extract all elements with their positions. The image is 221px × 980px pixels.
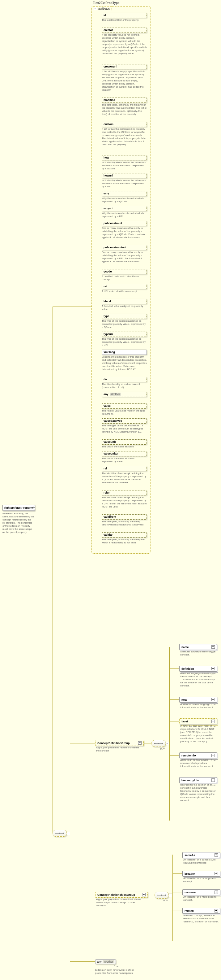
element-note[interactable]: note+0..∞Additional natural language inf… [179, 697, 217, 703]
attr-any[interactable]: any##other [102, 392, 147, 397]
expand-icon[interactable]: − [169, 894, 172, 897]
attr-xml:lang[interactable]: xml:langSpecifies the language of this p… [102, 350, 147, 371]
any-element[interactable]: any##other [95, 959, 116, 964]
attr-desc: Indicates by which means the value was e… [102, 179, 147, 188]
element-name[interactable]: name+0..∞A natural language name for the… [179, 644, 217, 650]
attr-reluri[interactable]: reluriThe identifier of a concept defini… [102, 490, 147, 508]
root-element-desc: Extension Property; the semantics are de… [3, 512, 34, 534]
attr-how[interactable]: howIndicates by which means the value wa… [102, 155, 147, 170]
element-narrower[interactable]: narrower+An identifier of a more specifi… [182, 889, 220, 895]
expand-icon[interactable]: + [212, 720, 215, 723]
attr-value[interactable]: valueThe related value (see more in the … [102, 404, 147, 415]
attr-name: id [102, 13, 147, 18]
attr-qcode[interactable]: qcodeA qualified code which identifies a… [102, 269, 147, 281]
attr-id[interactable]: idThe local identifier of the property. [102, 13, 147, 22]
attr-desc: The unit of the value attribute - expres… [102, 457, 147, 463]
connector-line [147, 895, 155, 895]
cardinality: 0..∞ [114, 965, 118, 967]
attr-desc: The datatype of the value attribute – it… [102, 424, 147, 433]
attr-validto[interactable]: validtoThe date (and, optionally, the ti… [102, 532, 147, 544]
attr-validfrom[interactable]: validfromThe date (and, optionally, the … [102, 514, 147, 527]
attr-type[interactable]: typeThe type of the concept assigned as … [102, 313, 147, 329]
element-facet[interactable]: facet+0..∞In NAR 1.8 and later, facet is… [179, 718, 217, 724]
attr-rel[interactable]: relThe identifier of a concept defining … [102, 466, 147, 484]
connector-line [169, 780, 179, 780]
sequence-compositor[interactable]: − 0..∞ [152, 740, 166, 747]
root-element[interactable]: rightsInfoExtProperty − [3, 505, 35, 511]
attr-dir[interactable]: dirThe directionality of textual content… [102, 377, 147, 389]
attr-name: valueunituri [102, 451, 147, 457]
attr-pubconstraint[interactable]: pubconstraintOne or many constraints tha… [102, 221, 147, 239]
element-remoteInfo[interactable]: remoteInfo+0..∞A link to an item or a we… [179, 752, 217, 758]
connector-line [35, 508, 52, 508]
attr-valueunituri[interactable]: valueunituriThe unit of the value attrib… [102, 451, 147, 463]
concept-relationships-group[interactable]: ConceptRelationshipsGroup − A group of p… [95, 892, 148, 898]
expand-icon[interactable]: + [215, 891, 218, 894]
attr-creatoruri[interactable]: creatoruriIf the attribute is empty, spe… [102, 64, 147, 92]
attr-name: pubconstraint [102, 221, 147, 226]
attr-desc: If the attribute is empty, specifies whi… [102, 70, 147, 92]
element-name: broader [185, 872, 195, 875]
collapse-icon[interactable]: − [94, 7, 97, 10]
expand-icon[interactable]: + [212, 754, 215, 757]
element-desc: Represents the position of a concept in … [180, 783, 218, 802]
attr-typeuri[interactable]: typeuriThe type of the concept assigned … [102, 332, 147, 347]
element-name: note [182, 698, 187, 701]
attr-valuedatatype[interactable]: valuedatatypeThe datatype of the value a… [102, 418, 147, 433]
type-header: Flex2ExtPropType [93, 1, 120, 5]
element-desc: A natural language name for the concept. [180, 650, 218, 656]
attr-whyuri[interactable]: whyuriWhy the metadata has been included… [102, 206, 147, 218]
any-namespace: ##other [103, 960, 114, 963]
attr-howuri[interactable]: howuriIndicates by which means the value… [102, 173, 147, 188]
expand-icon[interactable]: + [215, 909, 218, 913]
element-hierarchyInfo[interactable]: hierarchyInfo+0..∞Represents the positio… [179, 777, 217, 783]
attr-desc: One or many constraints that apply to pu… [102, 251, 147, 263]
attr-name: valueunit [102, 439, 147, 445]
attr-desc: The date (and, optionally, the time) bef… [102, 520, 147, 527]
attr-pubconstrainturi[interactable]: pubconstrainturiOne or many constraints … [102, 245, 147, 263]
element-definition[interactable]: definition+0..∞A natural language defini… [179, 666, 217, 671]
attr-desc: The unit of the value attribute. [102, 445, 147, 449]
attr-uri[interactable]: uriA URI which identifies a concept. [102, 284, 147, 293]
attr-custom[interactable]: customIf set to true the corresponding p… [102, 122, 147, 146]
connector-line [169, 668, 179, 669]
element-name: hierarchyInfo [182, 779, 199, 782]
expand-icon[interactable]: + [215, 872, 218, 875]
element-sameAs[interactable]: sameAs+An identifier of a concept with e… [182, 852, 220, 858]
attr-valueunit[interactable]: valueunitThe unit of the value attribute… [102, 439, 147, 449]
expand-icon[interactable]: − [138, 741, 142, 745]
attr-name: validfrom [102, 514, 147, 520]
element-broader[interactable]: broader+An identifier of a more generic … [182, 871, 220, 877]
connector-line [70, 961, 95, 962]
attr-name: reluri [102, 490, 147, 495]
attr-name: how [102, 155, 147, 161]
expand-icon[interactable]: + [212, 698, 215, 701]
element-name: remoteInfo [182, 754, 196, 757]
attr-creator[interactable]: creatorIf the property value is not defi… [102, 27, 147, 55]
attr-desc: One or many constraints that apply to pu… [102, 227, 147, 239]
expand-icon[interactable]: + [212, 645, 215, 649]
choice-compositor[interactable]: − 0..∞ [155, 892, 169, 899]
element-name: sameAs [185, 854, 195, 857]
attr-why[interactable]: whyWhy the metadata has been included - … [102, 191, 147, 203]
attr-name: valuedatatype [102, 418, 147, 423]
expand-icon[interactable]: + [215, 853, 218, 857]
attr-desc: If the property value is not defined, sp… [102, 33, 147, 55]
expand-icon[interactable]: + [212, 778, 215, 782]
attr-desc: A qualified code which identifies a conc… [102, 275, 147, 281]
element-related[interactable]: related+A related concept, where the rel… [182, 908, 220, 914]
expand-icon[interactable]: + [212, 667, 215, 670]
connector-line [52, 307, 53, 833]
attr-desc: A free-text value assigned as property v… [102, 305, 147, 311]
root-element-name: rightsInfoExtProperty [4, 506, 33, 509]
attributes-tab[interactable]: − attributes [92, 6, 112, 11]
expand-icon[interactable]: − [142, 893, 145, 896]
attr-modified[interactable]: modifiedThe date (and, optionally, the t… [102, 97, 147, 116]
attr-literal[interactable]: literalA free-text value assigned as pro… [102, 299, 147, 311]
any-label: any [97, 960, 102, 963]
concept-definition-group[interactable]: ConceptDefinitionGroup − A group of prop… [95, 740, 144, 746]
expand-icon[interactable]: − [166, 742, 169, 745]
sequence-compositor[interactable]: − [52, 830, 67, 837]
attr-name: type [102, 313, 147, 319]
element-desc: A natural language definition of the sem… [180, 671, 218, 687]
